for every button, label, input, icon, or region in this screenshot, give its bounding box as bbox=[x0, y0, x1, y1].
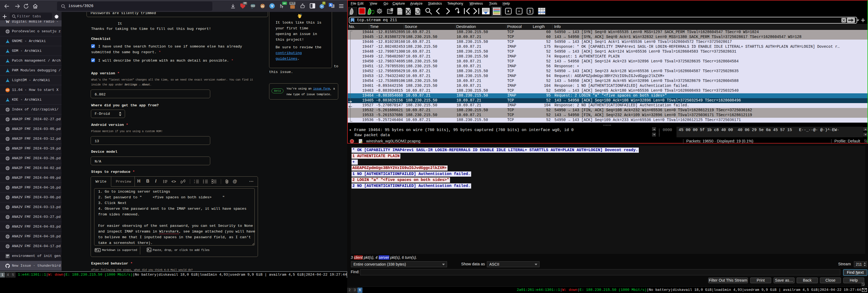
svg-text:1: 1 bbox=[194, 179, 195, 181]
svg-text:0011: 0011 bbox=[398, 13, 402, 14]
svg-text:0110: 0110 bbox=[398, 11, 402, 13]
svg-text:0101: 0101 bbox=[398, 9, 402, 11]
svg-text:2: 2 bbox=[194, 181, 195, 183]
